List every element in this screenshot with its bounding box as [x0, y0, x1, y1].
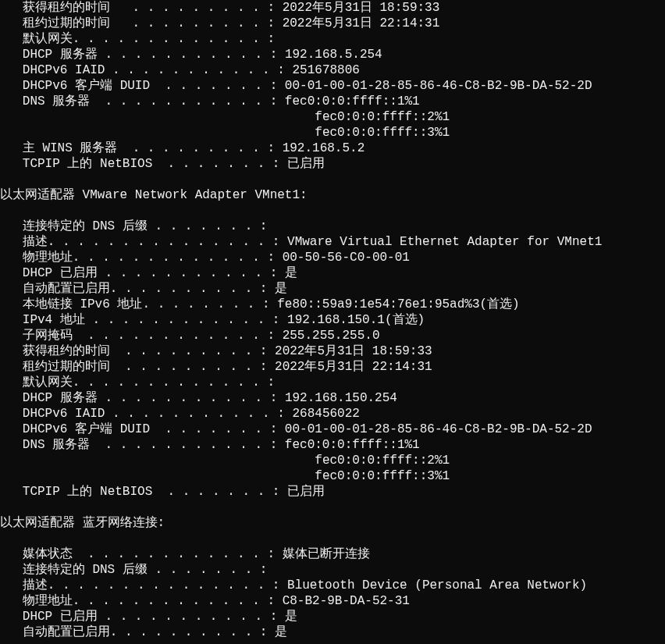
- row-fill: . . . . . . . . . . . :: [98, 610, 285, 624]
- row-value: 192.168.150.254: [285, 391, 397, 405]
- output-row: 默认网关. . . . . . . . . . . . . :: [23, 32, 283, 46]
- output-row: DHCP 已启用 . . . . . . . . . . . : 是: [23, 610, 297, 624]
- row-label: 物理地址: [23, 594, 73, 608]
- output-row: DHCPv6 客户端 DUID . . . . . . . : 00-01-00…: [23, 422, 592, 436]
- row-label: DHCPv6 IAID: [23, 63, 105, 77]
- output-row: 描述. . . . . . . . . . . . . . . : VMware…: [23, 235, 603, 249]
- row-fill: . . . . . . . . . . . . :: [73, 329, 283, 343]
- row-label: 默认网关: [23, 32, 73, 46]
- row-fill: . . . . . . . . . . . :: [98, 266, 285, 280]
- row-fill: . . . . . . . . . :: [110, 360, 275, 374]
- output-row: DHCP 服务器 . . . . . . . . . . . : 192.168…: [23, 391, 397, 405]
- output-row: DNS 服务器 . . . . . . . . . . . : fec0:0:0…: [23, 94, 420, 109]
- row-fill: . . . . . . . . . . . :: [90, 438, 285, 452]
- row-label: 获得租约的时间: [23, 1, 110, 15]
- row-label: 默认网关: [23, 375, 73, 390]
- row-label: DHCP 服务器: [23, 391, 98, 405]
- row-fill: . . . . . . . . . . :: [110, 625, 275, 639]
- row-value: 192.168.5.254: [285, 48, 382, 62]
- row-label: 媒体状态: [23, 547, 73, 561]
- row-label: 租约过期的时间: [23, 360, 110, 374]
- output-row: 主 WINS 服务器 . . . . . . . . . : 192.168.5…: [23, 141, 365, 155]
- row-value: 00-01-00-01-28-85-86-46-C8-B2-9B-DA-52-2…: [285, 79, 592, 93]
- row-label: 自动配置已启用: [23, 625, 110, 639]
- row-fill: . . . . . . . . . . . :: [98, 391, 285, 405]
- row-label: DHCPv6 客户端 DUID: [23, 422, 150, 436]
- output-row: IPv4 地址 . . . . . . . . . . . . : 192.16…: [23, 313, 425, 327]
- row-fill: . . . . . . . . . . . :: [105, 63, 292, 77]
- output-row: fec0:0:0:ffff::2%1: [23, 110, 450, 124]
- output-row: 租约过期的时间 . . . . . . . . . : 2022年5月31日 2…: [23, 16, 439, 30]
- output-row: 媒体状态 . . . . . . . . . . . . : 媒体已断开连接: [23, 547, 370, 561]
- output-row: fec0:0:0:ffff::2%1: [23, 454, 450, 468]
- row-fill: . . . . . . . :: [148, 563, 275, 577]
- adapter-header-bluetooth: 以太网适配器 蓝牙网络连接:: [0, 516, 165, 530]
- row-fill: . . . . . . . . . . :: [110, 282, 275, 296]
- row-value: 2022年5月31日 22:14:31: [283, 16, 440, 30]
- output-row: 连接特定的 DNS 后缀 . . . . . . . :: [23, 563, 275, 577]
- output-row: fec0:0:0:ffff::3%1: [23, 469, 450, 483]
- row-fill: . . . . . . . :: [152, 485, 287, 499]
- row-label: 连接特定的 DNS 后缀: [23, 219, 148, 233]
- row-value: 媒体已断开连接: [283, 547, 370, 561]
- output-row: 获得租约的时间 . . . . . . . . . : 2022年5月31日 1…: [23, 344, 432, 358]
- row-label: 主 WINS 服务器: [23, 141, 118, 155]
- row-fill: . . . . . . . . . . . :: [98, 48, 285, 62]
- row-fill: . . . . . . . :: [148, 219, 275, 233]
- output-row: 子网掩码 . . . . . . . . . . . . : 255.255.2…: [23, 329, 380, 343]
- row-value: 2022年5月31日 22:14:31: [275, 360, 432, 374]
- row-label: DNS 服务器: [23, 438, 90, 452]
- row-label: 本地链接 IPv6 地址: [23, 297, 143, 311]
- output-row: TCPIP 上的 NetBIOS . . . . . . . : 已启用: [23, 157, 325, 171]
- output-row: fec0:0:0:ffff::3%1: [23, 126, 450, 140]
- row-fill: . . . . . . . :: [150, 422, 285, 436]
- row-label: TCPIP 上的 NetBIOS: [23, 485, 152, 499]
- row-label: 描述: [23, 578, 48, 592]
- row-fill: . . . . . . . . :: [142, 297, 277, 311]
- row-label: 连接特定的 DNS 后缀: [23, 563, 148, 577]
- row-value: 255.255.255.0: [283, 329, 380, 343]
- row-label: DHCP 已启用: [23, 266, 98, 280]
- row-label: 描述: [23, 235, 48, 249]
- row-value: 已启用: [287, 485, 325, 499]
- row-value: 2022年5月31日 18:59:33: [275, 344, 432, 358]
- output-row: 连接特定的 DNS 后缀 . . . . . . . :: [23, 219, 275, 233]
- row-value: fec0:0:0:ffff::1%1: [285, 438, 420, 452]
- row-value: fec0:0:0:ffff::1%1: [285, 94, 420, 109]
- row-value: 251678806: [292, 63, 359, 77]
- row-label: DNS 服务器: [23, 94, 90, 109]
- row-fill: . . . . . . . . . . . :: [90, 94, 285, 109]
- output-row: DHCP 已启用 . . . . . . . . . . . : 是: [23, 266, 297, 280]
- output-row: 自动配置已启用. . . . . . . . . . : 是: [23, 282, 287, 296]
- row-value: 192.168.150.1(首选): [287, 313, 425, 327]
- row-value: fec0:0:0:ffff::2%1: [315, 110, 450, 124]
- row-label: 物理地址: [23, 251, 73, 265]
- output-row: 获得租约的时间 . . . . . . . . . : 2022年5月31日 1…: [23, 1, 439, 15]
- row-value: 192.168.5.2: [283, 141, 365, 155]
- row-value: 268456022: [292, 407, 359, 421]
- output-row: 默认网关. . . . . . . . . . . . . :: [23, 375, 283, 390]
- row-label: 获得租约的时间: [23, 344, 110, 358]
- row-label: 子网掩码: [23, 329, 73, 343]
- row-label: 租约过期的时间: [23, 16, 110, 30]
- row-fill: . . . . . . . . . . . :: [105, 407, 292, 421]
- row-fill: . . . . . . . . . . . . :: [85, 313, 287, 327]
- terminal-output: 获得租约的时间 . . . . . . . . . : 2022年5月31日 1…: [0, 0, 665, 640]
- output-row: DHCPv6 IAID . . . . . . . . . . . : 2684…: [23, 407, 360, 421]
- adapter-header-vmnet1: 以太网适配器 VMware Network Adapter VMnet1:: [0, 188, 308, 202]
- row-value: fec0:0:0:ffff::3%1: [315, 126, 450, 140]
- row-label: DHCP 服务器: [23, 48, 98, 62]
- output-row: DHCPv6 客户端 DUID . . . . . . . : 00-01-00…: [23, 79, 592, 93]
- output-row: 租约过期的时间 . . . . . . . . . : 2022年5月31日 2…: [23, 360, 432, 374]
- output-row: 自动配置已启用. . . . . . . . . . : 是: [23, 625, 287, 639]
- row-value: 是: [285, 266, 297, 280]
- row-fill: . . . . . . . . . :: [110, 1, 283, 15]
- row-fill: [23, 126, 315, 140]
- row-value: fe80::59a9:1e54:76e1:95ad%3(首选): [277, 297, 519, 311]
- row-fill: . . . . . . . . . . . . . :: [73, 32, 283, 46]
- row-value: 是: [285, 610, 297, 624]
- row-fill: . . . . . . . :: [150, 79, 285, 93]
- row-value: 是: [275, 282, 287, 296]
- output-row: 描述. . . . . . . . . . . . . . . : Blueto…: [23, 578, 587, 592]
- output-row: 物理地址. . . . . . . . . . . . . : 00-50-56…: [23, 251, 410, 265]
